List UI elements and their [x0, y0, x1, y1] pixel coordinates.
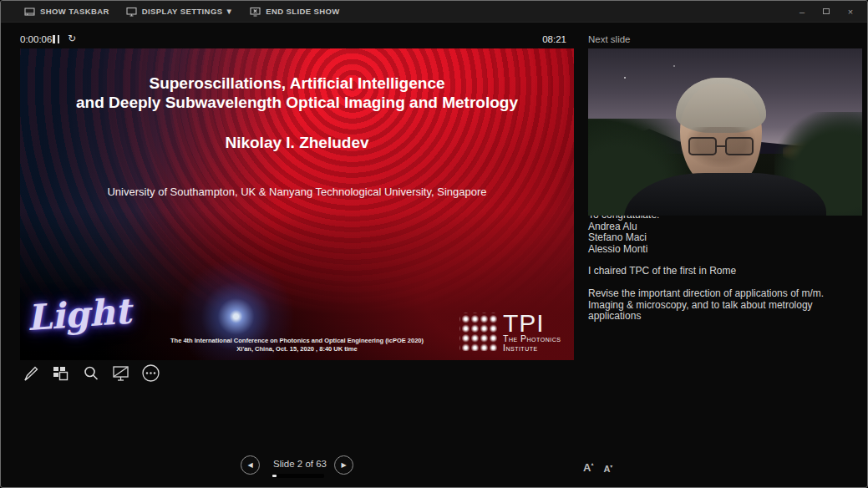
tpi-dots-icon — [459, 313, 497, 351]
minimize-button[interactable]: – — [794, 4, 810, 19]
notes-paragraph: To congratulate: Andrea Alu Stefano Maci… — [588, 210, 860, 255]
increase-text-button[interactable]: A ▴ — [583, 461, 593, 474]
end-slide-show-button[interactable]: END SLIDE SHOW — [241, 1, 348, 22]
increase-mark-icon: ▴ — [591, 460, 593, 466]
speaker-notes-panel[interactable]: To congratulate: Andrea Alu Stefano Maci… — [588, 210, 860, 333]
close-button[interactable]: × — [842, 4, 859, 19]
progress-indicator — [272, 475, 277, 477]
maximize-icon — [823, 8, 830, 14]
current-slide-canvas[interactable]: Superoscillations, Artificial Intelligen… — [20, 48, 574, 360]
end-slide-show-icon — [250, 7, 261, 17]
slide-counter-label: Slide 2 of 63 — [270, 459, 330, 469]
presenter-view-window: SHOW TASKBAR DISPLAY SETTINGS ▼ END SLID… — [0, 0, 868, 488]
see-all-slides-button[interactable] — [51, 363, 70, 384]
restart-timer-button[interactable]: ↻ — [68, 33, 76, 44]
pause-timer-button[interactable] — [53, 35, 59, 43]
show-taskbar-label: SHOW TASKBAR — [40, 7, 109, 16]
end-slide-show-label: END SLIDE SHOW — [266, 7, 339, 16]
slide-affiliation: University of Southampton, UK & Nanyang … — [20, 186, 574, 198]
display-settings-label: DISPLAY SETTINGS ▼ — [142, 7, 234, 16]
slide-grid-icon — [52, 364, 70, 383]
show-taskbar-button[interactable]: SHOW TASKBAR — [16, 1, 118, 22]
pen-tool-button[interactable] — [21, 363, 40, 384]
more-options-button[interactable] — [141, 363, 160, 384]
slide-author: Nikolay I. Zheludev — [20, 134, 574, 152]
elapsed-timer: 0:00:06 — [20, 34, 52, 44]
pen-icon — [22, 364, 40, 383]
webcam-video — [588, 48, 862, 216]
notes-paragraph: Revise the important direction of applic… — [588, 288, 860, 323]
magnifier-icon — [82, 364, 100, 383]
display-settings-icon — [126, 7, 137, 17]
tpi-logo: TPI The Photonics Institute — [459, 313, 561, 353]
blank-screen-icon — [111, 364, 131, 383]
decrease-text-button[interactable]: A ▾ — [603, 464, 612, 474]
pause-icon — [53, 35, 55, 43]
slide-progress-bar — [272, 474, 324, 478]
display-settings-button[interactable]: DISPLAY SETTINGS ▼ — [118, 1, 242, 22]
next-slide-button[interactable]: ▶ — [334, 455, 353, 475]
light-journal-logo: Light — [25, 291, 132, 339]
top-toolbar: SHOW TASKBAR DISPLAY SETTINGS ▼ END SLID… — [1, 1, 867, 23]
window-controls: – × — [794, 4, 867, 19]
star — [673, 65, 675, 67]
maximize-button[interactable] — [818, 4, 835, 19]
prev-arrow-icon: ◀ — [247, 461, 252, 469]
star — [624, 77, 626, 79]
notes-font-controls: A ▴ A ▾ — [583, 461, 612, 474]
annotation-toolbar — [21, 363, 160, 384]
tpi-abbr: TPI — [503, 313, 561, 334]
clock-time: 08:21 — [540, 34, 566, 44]
ellipsis-icon — [141, 363, 160, 383]
presenter-glasses — [688, 137, 754, 155]
tpi-line2: Institute — [503, 343, 561, 353]
prev-slide-button[interactable]: ◀ — [241, 455, 260, 475]
slide-title: Superoscillations, Artificial Intelligen… — [20, 74, 574, 112]
notes-paragraph: I chaired TPC of the first in Rome — [588, 266, 860, 277]
taskbar-icon — [24, 7, 35, 17]
next-arrow-icon: ▶ — [341, 461, 346, 469]
black-screen-button[interactable] — [111, 363, 130, 384]
zoom-slide-button[interactable] — [81, 363, 100, 384]
next-slide-label: Next slide — [588, 34, 631, 44]
decrease-mark-icon: ▾ — [610, 463, 612, 469]
